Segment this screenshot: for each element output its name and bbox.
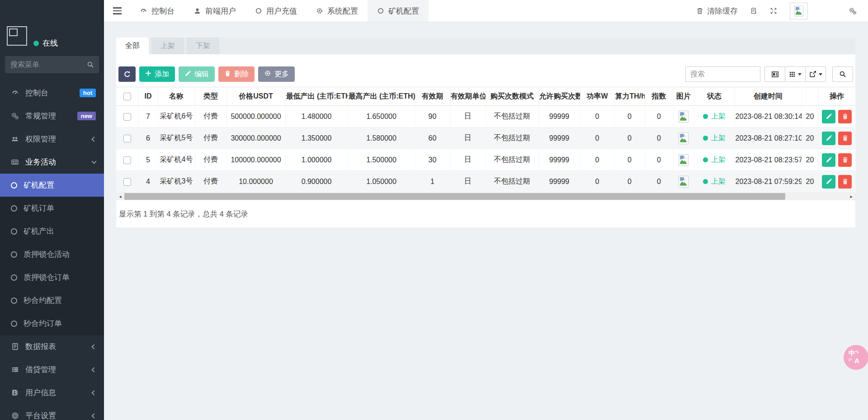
row-checkbox[interactable] — [123, 113, 131, 121]
more-button[interactable]: 更多 — [258, 66, 295, 82]
col-header-validity_unit[interactable]: 有效期单位 — [450, 87, 486, 106]
bullseye-icon — [10, 412, 20, 420]
sidebar-item-1[interactable]: 常规管理new — [0, 104, 104, 127]
col-header-name[interactable]: 名称 — [158, 87, 195, 106]
cell-created_at: 2023-08-21 07:59:29 — [735, 171, 802, 193]
row-delete-button[interactable] — [838, 175, 852, 189]
col-header-id[interactable]: ID — [138, 87, 158, 106]
row-edit-button[interactable] — [822, 175, 835, 189]
clear-cache-button[interactable]: 清除缓存 — [696, 6, 738, 16]
sidebar-menu: 控制台hot常规管理new权限管理业务活动矿机配置矿机订单矿机产出质押锁仓活动质… — [0, 81, 104, 420]
col-header-purchase_mode[interactable]: 购买次数模式 — [486, 87, 538, 106]
row-image-thumbnail[interactable] — [679, 110, 689, 123]
row-edit-button[interactable] — [822, 110, 835, 123]
row-checkbox[interactable] — [123, 178, 131, 186]
delete-button[interactable]: 删除 — [218, 66, 255, 82]
col-header-validity[interactable]: 有效期 — [415, 87, 450, 106]
sidebar-item-4[interactable]: 数据报表 — [0, 335, 104, 358]
edit-button[interactable]: 编辑 — [179, 66, 215, 82]
circle-o-icon — [11, 274, 17, 281]
scroll-right-arrow[interactable]: ▸ — [847, 193, 855, 200]
row-image-thumbnail[interactable] — [679, 154, 689, 166]
badge-new: new — [77, 112, 96, 120]
topnav-tab-0[interactable]: 控制台 — [130, 0, 184, 22]
filter-tab-0[interactable]: 全部 — [116, 38, 149, 54]
sidebar-item-label: 权限管理 — [25, 134, 56, 144]
sidebar-subitem-4[interactable]: 质押锁仓订单 — [0, 266, 104, 289]
sidebar-subitem-1[interactable]: 矿机订单 — [0, 197, 104, 220]
add-button[interactable]: 添加 — [139, 66, 175, 82]
col-header-type[interactable]: 类型 — [195, 87, 226, 106]
table-search-input[interactable] — [685, 66, 760, 82]
sidebar-subitem-5[interactable]: 秒合约配置 — [0, 289, 104, 312]
row-checkbox[interactable] — [123, 156, 131, 164]
cell-created_at: 2023-08-21 08:30:14 — [735, 106, 802, 127]
avatar[interactable] — [790, 3, 808, 19]
page-icon[interactable] — [750, 7, 757, 14]
topnav-tab-1[interactable]: 前端用户 — [184, 0, 245, 22]
filter-tab-1[interactable]: 上架 — [151, 38, 184, 54]
row-edit-button[interactable] — [822, 132, 835, 145]
col-header-power_w[interactable]: 功率W — [580, 87, 614, 106]
status-dot-icon — [703, 157, 708, 162]
scroll-left-arrow[interactable]: ◂ — [116, 193, 124, 200]
scrollbar-thumb[interactable] — [124, 193, 785, 200]
cell-index: 0 — [645, 127, 673, 149]
columns-dropdown-button[interactable] — [785, 66, 806, 82]
cell-actions — [818, 149, 855, 171]
col-header-index[interactable]: 指数 — [645, 87, 673, 106]
sidebar-item-7[interactable]: 平台设置 — [0, 404, 104, 420]
col-header-price[interactable]: 价格USDT — [226, 87, 285, 106]
export-dropdown-button[interactable] — [805, 66, 826, 82]
sidebar-item-5[interactable]: 借贷管理 — [0, 358, 104, 381]
cell-actions — [818, 127, 855, 149]
row-edit-button[interactable] — [822, 153, 835, 167]
circle-o-icon — [11, 251, 17, 258]
users-icon — [10, 135, 20, 143]
topnav-tab-4[interactable]: 矿机配置 — [368, 0, 429, 22]
translate-fab-button[interactable]: 中 A ↷ ↷ — [844, 345, 868, 370]
sidebar-subitem-6[interactable]: 秒合约订单 — [0, 312, 104, 335]
cell-checkbox — [116, 171, 138, 193]
row-image-thumbnail[interactable] — [679, 132, 689, 145]
filter-tab-2[interactable]: 下架 — [187, 38, 219, 54]
sidebar-item-2[interactable]: 权限管理 — [0, 127, 104, 151]
topnav-tab-3[interactable]: 系统配置 — [307, 0, 368, 22]
row-delete-button[interactable] — [838, 153, 852, 167]
row-delete-button[interactable] — [838, 132, 852, 145]
sidebar-subitem-2[interactable]: 矿机产出 — [0, 220, 104, 243]
sidebar-item-6[interactable]: 用户信息 — [0, 381, 104, 404]
select-all-checkbox[interactable] — [123, 93, 131, 100]
col-header-min_output[interactable]: 最低产出 (主币:ETH) — [285, 87, 348, 106]
col-header-created_at[interactable]: 创建时间 — [735, 87, 802, 106]
search-toggle-button[interactable] — [832, 66, 853, 82]
topnav-tab-2[interactable]: 用户充值 — [245, 0, 307, 22]
sidebar-item-3[interactable]: 业务活动 — [0, 151, 104, 174]
cell-purchase_mode: 不包括过期 — [486, 106, 538, 127]
cell-price: 100000.000000 — [226, 149, 285, 171]
row-delete-button[interactable] — [838, 110, 852, 123]
sidebar-search-input[interactable] — [5, 56, 99, 73]
sidebar-subitem-3[interactable]: 质押锁仓活动 — [0, 243, 104, 266]
gear-icon — [264, 70, 271, 79]
sidebar-subitem-0[interactable]: 矿机配置 — [0, 174, 104, 197]
col-header-allowed_purchases[interactable]: 允许购买次数 — [538, 87, 580, 106]
col-header-hashrate[interactable]: 算力TH/h — [614, 87, 645, 106]
table-row: 4采矿机3号付费10.0000000.9000001.0500001日不包括过期… — [116, 171, 855, 193]
row-image-thumbnail[interactable] — [679, 175, 689, 188]
sidebar-item-0[interactable]: 控制台hot — [0, 81, 104, 104]
hamburger-menu-icon[interactable] — [104, 0, 130, 22]
card-view-button[interactable] — [764, 66, 785, 82]
refresh-button[interactable] — [118, 66, 136, 82]
user-icon — [193, 7, 201, 15]
sidebar-item-label: 平台设置 — [25, 411, 56, 420]
topnav-right: 清除缓存 — [696, 0, 868, 22]
gears-icon[interactable] — [849, 7, 857, 15]
col-header-image[interactable]: 图片 — [673, 87, 694, 106]
circle-o-icon — [11, 297, 17, 304]
row-checkbox[interactable] — [123, 135, 131, 142]
col-header-max_output[interactable]: 最高产出 (主币:ETH) — [348, 87, 415, 106]
more-button-label: 更多 — [274, 70, 289, 79]
col-header-status[interactable]: 状态 — [694, 87, 735, 106]
fullscreen-icon[interactable] — [770, 7, 777, 14]
